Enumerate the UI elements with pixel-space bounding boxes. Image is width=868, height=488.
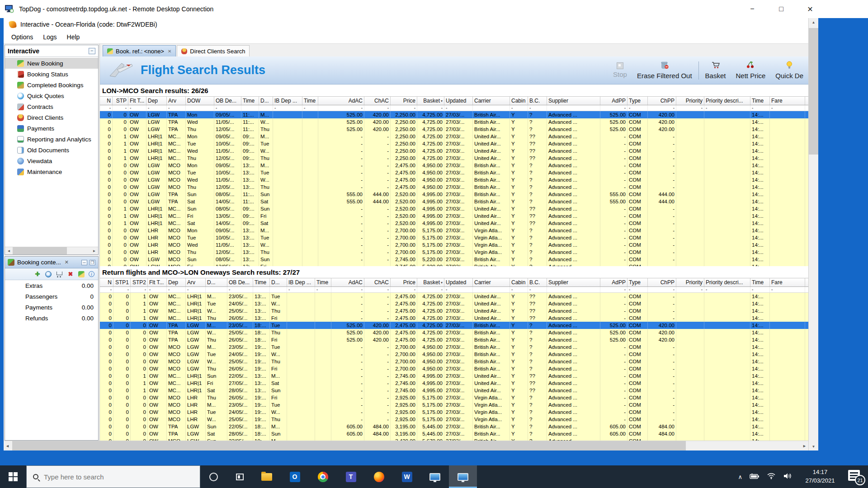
taskbar-file-explorer[interactable] (253, 465, 281, 488)
add-icon[interactable] (34, 271, 41, 278)
hidden-icons-chevron[interactable]: ∧ (738, 474, 742, 480)
sidebar-item-viewdata[interactable]: Viewdata (5, 155, 98, 166)
table-row[interactable]: 001OWMC...LHR|1Sat28/05/...13:...Sun--2,… (100, 387, 808, 394)
scroll-up-icon[interactable]: ▲ (809, 18, 818, 26)
table-row[interactable]: 00OWLHRMCOMon09/05/...13:...M...--2,700.… (100, 227, 808, 234)
column-header-ib-dep[interactable]: IB Dep ... (273, 97, 302, 105)
table-row[interactable]: 00OWLGWTPAWed11/05/...11:...W...525.0042… (100, 118, 808, 126)
tab-direct-clients-search[interactable]: Direct Clients Search (177, 45, 250, 56)
taskbar-rdp-active[interactable] (449, 465, 477, 488)
table-row[interactable]: 000OWMCOLHRM...23/05/...19:...Tue--2,925… (100, 401, 808, 408)
column-header-time[interactable]: Time (750, 97, 770, 105)
column-header-updated[interactable]: Updated (444, 278, 473, 286)
minimize-button[interactable]: − (748, 5, 757, 13)
sidebar-item-reporting-and-analytics[interactable]: Reporting and Analytics (5, 134, 98, 145)
column-header-flt-t[interactable]: Flt T... (148, 278, 167, 286)
tab-book-ref-none[interactable]: Book. ref.: <none>✕ (103, 45, 176, 56)
delete-icon[interactable] (67, 271, 74, 278)
close-icon[interactable]: ✕ (65, 259, 69, 265)
taskbar-chrome[interactable] (309, 465, 337, 488)
close-button[interactable]: ✕ (806, 5, 815, 14)
table-row[interactable]: 000OWMCOLGWThu26/05/...19:...Fri--2,700.… (100, 365, 808, 372)
column-header-priority-descri[interactable]: Priority descri... (704, 278, 750, 286)
scrollbar-thumb[interactable] (12, 441, 686, 450)
column-header-arv[interactable]: Arv (186, 278, 206, 286)
table-row[interactable]: 00OWLGWTPASun08/05/...11:...Sun555.00444… (100, 191, 808, 198)
column-header-time[interactable]: Time (253, 278, 270, 286)
filter-row[interactable]: ---------------------- (100, 105, 808, 111)
taskbar-word[interactable]: W (393, 465, 421, 488)
palm-icon[interactable] (78, 271, 85, 277)
table-row[interactable]: 01OWLHR|1MC...Tue10/05/...09:...Tue--2,2… (100, 140, 808, 147)
basket-button[interactable]: Basket (700, 61, 731, 80)
sidebar-item-new-booking[interactable]: New Booking (5, 58, 98, 69)
column-header-arv[interactable]: Arv (167, 97, 186, 105)
column-header-fare[interactable]: Fare (770, 97, 805, 105)
main-horizontal-scrollbar[interactable]: ◄ ► (4, 441, 808, 450)
column-header-chac[interactable]: ChAC (364, 278, 391, 286)
table-row[interactable]: 000OWMCOLGWM...23/05/...19:...Tue--2,700… (100, 343, 808, 351)
column-header-flt-t[interactable]: Flt T... (128, 97, 146, 105)
maximize-button[interactable]: □ (777, 5, 786, 13)
table-row[interactable]: 000OWMCOLGWTue24/05/...19:...W...--2,700… (100, 351, 808, 358)
menu-options[interactable]: Options (6, 32, 38, 42)
taskbar-rdp-client[interactable] (421, 465, 449, 488)
column-header-dow[interactable]: DOW (186, 97, 214, 105)
column-header-n[interactable]: N (100, 278, 113, 286)
column-header-priority-descri[interactable]: Priority descri... (704, 97, 750, 105)
table-row[interactable]: 000OWMCOLGWSun22/05/...19:...M...--3,420… (100, 437, 808, 441)
table-row[interactable]: 001OWMC...LHR|1Tue24/05/...13:...W...--2… (100, 300, 808, 307)
quote-clock-icon[interactable] (45, 271, 52, 277)
column-header-supplier[interactable]: Supplier (547, 278, 600, 286)
restore-panel-icon[interactable]: ❐ (90, 260, 95, 265)
taskbar-search[interactable] (26, 465, 200, 488)
table-row[interactable]: 000OWMCOLHRW...25/05/...19:...Thu--2,925… (100, 416, 808, 423)
table-row[interactable]: 001OWMC...LHR|1Thu26/05/...13:...Fri--2,… (100, 314, 808, 322)
scroll-down-icon[interactable]: ▼ (809, 442, 818, 450)
column-header-time[interactable]: Time (241, 97, 259, 105)
column-header-d[interactable]: D... (270, 278, 287, 286)
table-row[interactable]: 000OWMCOLGWW...25/05/...19:...Thu--2,700… (100, 358, 808, 365)
quick-deal-button[interactable]: Quick De (770, 61, 808, 80)
column-header-ib-dep[interactable]: IB Dep ... (287, 278, 315, 286)
column-header-price[interactable]: Price (391, 278, 417, 286)
table-row[interactable]: 001OWMC...LHR|1M...23/05/...13:...Tue--2… (100, 293, 808, 300)
table-row[interactable]: 01OWLHR|1MC...Mon09/05/...09:...M...--2,… (100, 133, 808, 140)
taskbar-outlook[interactable]: O (281, 465, 309, 488)
column-header-adac[interactable]: AdAC (331, 278, 364, 286)
menu-logs[interactable]: Logs (38, 32, 61, 42)
minimize-panel-icon[interactable]: ─ (81, 260, 87, 265)
volume-icon[interactable] (783, 473, 792, 481)
column-header-d[interactable]: D... (206, 278, 227, 286)
column-header-cabin[interactable]: Cabin (510, 97, 528, 105)
close-icon[interactable]: ✕ (168, 49, 171, 54)
column-header-priority[interactable]: Priority (676, 278, 704, 286)
column-header-updated[interactable]: Updated (444, 97, 473, 105)
search-input[interactable] (44, 473, 179, 481)
column-header-ob-de[interactable]: OB De... (227, 278, 253, 286)
column-header-cabin[interactable]: Cabin (510, 278, 528, 286)
table-row[interactable]: 01OWLHR|1MC...Wed11/05/...09:...W...--2,… (100, 147, 808, 155)
table-row[interactable]: 01OWLHR|1MC...Sun08/05/...09:...Sun--2,5… (100, 205, 808, 212)
column-header-chac[interactable]: ChAC (364, 97, 391, 105)
sidebar-item-contracts[interactable]: Contracts (5, 101, 98, 112)
table-row[interactable]: 00OWLGWTPAThu12/05/...11:...Thu525.00420… (100, 126, 808, 133)
table-row[interactable]: 01OWLHR|1MC...Fri13/05/...09:...Fri--2,5… (100, 212, 808, 220)
column-header-basket[interactable]: Basket▾ (417, 278, 444, 286)
table-row[interactable]: 00OWLGWMCOWed11/05/...13:...W...--2,475.… (100, 176, 808, 183)
column-header-dep[interactable]: Dep (146, 97, 167, 105)
column-header-chpp[interactable]: ChPP (648, 278, 676, 286)
table-row[interactable]: 000OWTPALGWW...25/05/...18:...Thu525.004… (100, 329, 808, 336)
sidebar-item-payments[interactable]: Payments (5, 123, 98, 134)
table-row[interactable]: 00OWLGWMCOFri13/05/...13:...Fri--2,745.0… (100, 263, 808, 266)
sidebar-item-quick-quotes[interactable]: Quick Quotes (5, 90, 98, 101)
table-row[interactable]: 00OWLHRMCOTue10/05/...13:...Tue--2,700.0… (100, 234, 808, 241)
column-header-n[interactable]: N (100, 97, 113, 105)
table-row[interactable]: 000OWTPALGWSat28/05/...18:...Sun605.0048… (100, 430, 808, 437)
column-header-stp2[interactable]: STP2 (131, 278, 148, 286)
column-header-fare[interactable]: Fare (770, 278, 805, 286)
column-header-b-c[interactable]: B.C. (528, 278, 547, 286)
collapse-panel-icon[interactable]: − (89, 48, 95, 54)
scroll-right-icon[interactable]: ► (801, 441, 808, 450)
column-header-adpp[interactable]: AdPP (600, 278, 627, 286)
